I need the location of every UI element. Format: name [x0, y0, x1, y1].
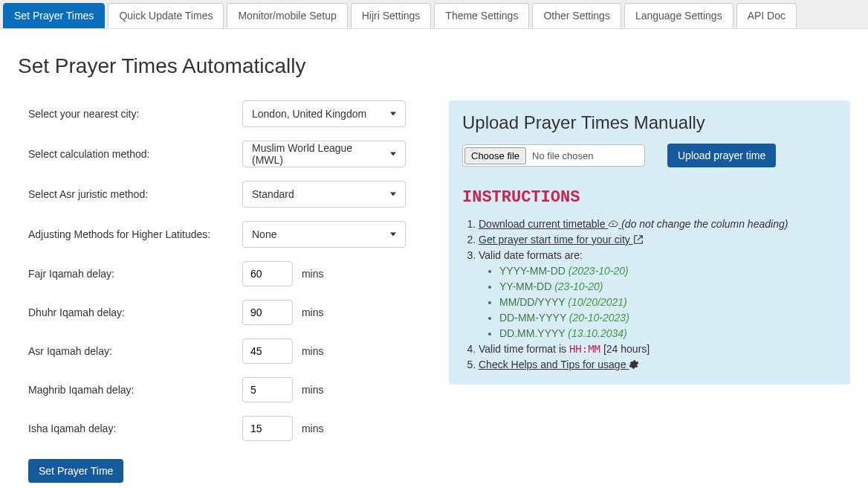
date-format-item: YY-MM-DD (23-10-20) — [499, 280, 837, 292]
choose-file-button[interactable]: Choose file — [464, 147, 526, 164]
download-timetable-label: Download current timetable — [479, 218, 608, 230]
cloud-download-icon — [608, 219, 618, 229]
file-input[interactable]: Choose file No file chosen — [462, 144, 645, 167]
tab-theme-settings[interactable]: Theme Settings — [434, 3, 529, 28]
helps-tips-label: Check Helps and Tips for usage — [479, 359, 629, 370]
page-title: Set Prayer Times Automatically — [18, 54, 850, 78]
asr-select[interactable]: Standard — [242, 181, 406, 208]
date-format-item: DD.MM.YYYY (13.10.2034) — [499, 327, 837, 339]
date-formats-intro: Valid date formats are: — [479, 249, 583, 261]
date-format-item: YYYY-MM-DD (2023-10-20) — [499, 265, 837, 277]
mins-label: mins — [302, 345, 324, 357]
asrdelay-delay-label: Asr Iqamah delay: — [18, 345, 242, 357]
city-label: Select your nearest city: — [18, 108, 242, 120]
set-prayer-time-button[interactable]: Set Prayer Time — [28, 459, 123, 483]
highlat-select[interactable]: None — [242, 221, 406, 248]
upload-button[interactable]: Upload prayer time — [667, 144, 776, 167]
get-prayer-start-link[interactable]: Get prayer start time for your city — [479, 234, 644, 245]
date-format-item: DD-MM-YYYY (20-10-2023) — [499, 312, 837, 324]
isha-delay-label: Isha Iqamah delay: — [18, 423, 242, 434]
chevron-down-icon — [390, 193, 396, 196]
date-formats-list: YYYY-MM-DD (2023-10-20) YY-MM-DD (23-10-… — [479, 265, 837, 339]
tab-quick-update[interactable]: Quick Update Times — [108, 3, 224, 28]
mins-label: mins — [302, 423, 324, 434]
dhuhr-delay-input[interactable] — [242, 300, 293, 325]
asr-label: Select Asr juristic method: — [18, 188, 242, 200]
dhuhr-delay-label: Dhuhr Iqamah delay: — [18, 306, 242, 318]
maghrib-delay-label: Maghrib Iqamah delay: — [18, 384, 242, 396]
mins-label: mins — [302, 268, 324, 280]
time-format-suf: [24 hours] — [600, 343, 650, 355]
calc-select[interactable]: Muslim World League (MWL) — [242, 141, 406, 167]
tab-other-settings[interactable]: Other Settings — [532, 3, 621, 28]
external-link-icon — [633, 234, 644, 245]
gear-icon — [629, 359, 639, 370]
chevron-down-icon — [390, 233, 396, 237]
instructions: INSTRUCTIONS Download current timetable … — [462, 188, 837, 370]
mins-label: mins — [302, 306, 324, 318]
maghrib-delay-input[interactable] — [242, 377, 293, 402]
asr-select-value: Standard — [252, 188, 294, 200]
download-timetable-link[interactable]: Download current timetable — [479, 218, 621, 230]
file-name-label: No file chosen — [528, 150, 593, 161]
download-note: (do not change the column heading) — [621, 218, 788, 230]
helps-tips-link[interactable]: Check Helps and Tips for usage — [479, 359, 639, 370]
upload-heading: Upload Prayer Times Manually — [462, 112, 837, 133]
mins-label: mins — [302, 384, 324, 396]
fajr-delay-input[interactable] — [242, 261, 293, 286]
instructions-heading: INSTRUCTIONS — [462, 188, 580, 207]
tab-api-doc[interactable]: API Doc — [736, 3, 797, 28]
tab-monitor-setup[interactable]: Monitor/mobile Setup — [227, 3, 347, 28]
tab-set-prayer-times[interactable]: Set Prayer Times — [3, 3, 105, 28]
highlat-select-value: None — [252, 228, 276, 240]
isha-delay-input[interactable] — [242, 416, 293, 441]
city-select[interactable]: London, United Kingdom — [242, 100, 406, 127]
date-format-item: MM/DD/YYYY (10/20/2021) — [499, 296, 837, 308]
chevron-down-icon — [390, 112, 396, 116]
calc-select-value: Muslim World League (MWL) — [252, 142, 383, 166]
tab-language-settings[interactable]: Language Settings — [624, 3, 733, 28]
tab-bar: Set Prayer Times Quick Update Times Moni… — [0, 0, 868, 29]
upload-panel: Upload Prayer Times Manually Choose file… — [449, 100, 850, 385]
city-select-value: London, United Kingdom — [252, 108, 366, 120]
get-prayer-start-label: Get prayer start time for your city — [479, 234, 633, 245]
calc-label: Select calculation method: — [18, 148, 242, 160]
time-format-code: HH:MM — [569, 343, 600, 355]
asrdelay-delay-input[interactable] — [242, 338, 293, 364]
chevron-down-icon — [390, 152, 396, 156]
fajr-delay-label: Fajr Iqamah delay: — [18, 268, 242, 280]
highlat-label: Adjusting Methods for Higher Latitudes: — [18, 228, 242, 240]
time-format-pre: Valid time format is — [479, 343, 569, 355]
auto-form: Select your nearest city: London, United… — [18, 100, 434, 483]
tab-hijri-settings[interactable]: Hijri Settings — [351, 3, 432, 28]
